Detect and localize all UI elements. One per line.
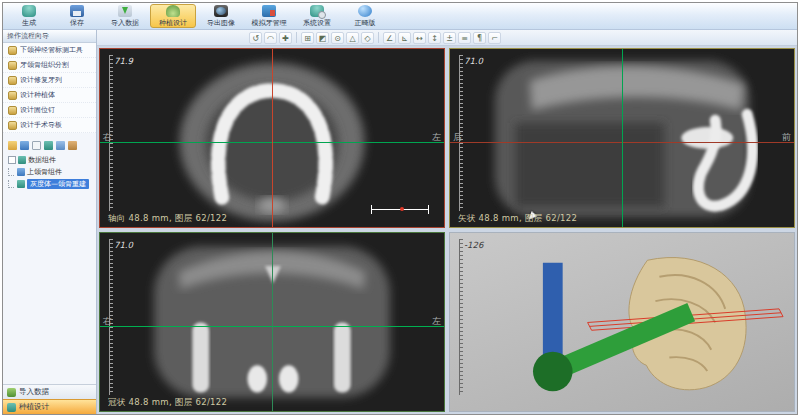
save-button[interactable]: 保存 — [54, 4, 100, 28]
coronal-orientation-right: 左 — [432, 315, 441, 328]
tree-connector — [8, 168, 14, 176]
save-label: 保存 — [70, 18, 84, 28]
export-image-button[interactable]: 导出图像 — [198, 4, 244, 28]
rotate-icon[interactable]: ↺ — [249, 32, 262, 44]
coronal-vertical-crosshair[interactable] — [272, 233, 273, 411]
sagittal-orientation-left: 后 — [453, 131, 462, 144]
maxilla-cube-icon — [17, 168, 25, 176]
import-data-button[interactable]: 导入数据 — [102, 4, 148, 28]
axial-viewport[interactable]: 71.9 右 左 轴向 48.8 mm, 图层 62/122 — [99, 48, 445, 228]
tooth-manager-button[interactable]: 模拟牙管理 — [246, 4, 292, 28]
implant-design-button[interactable]: 种植设计 — [150, 4, 196, 28]
import-data-label: 导入数据 — [111, 18, 139, 28]
document-icon[interactable] — [32, 141, 41, 150]
axial-status-text: 轴向 48.8 mm, 图层 62/122 — [108, 213, 227, 225]
coronal-viewport[interactable]: 71.0 右 左 冠状 48.8 mm, 图层 62/122 — [99, 232, 445, 412]
generate-button[interactable]: 生成 — [6, 4, 52, 28]
open-folder-icon[interactable] — [8, 141, 17, 150]
segmentation-icon — [8, 61, 17, 70]
surface-icon[interactable]: △ — [346, 32, 359, 44]
axial-orientation-left: 右 — [103, 131, 112, 144]
save-component-icon[interactable] — [20, 141, 29, 150]
online-edition-button[interactable]: 正畸版 — [342, 4, 388, 28]
main-toolbar: 生成 保存 导入数据 种植设计 导出图像 模拟牙管理 系统设置 正畸版 — [3, 3, 797, 30]
sidebar-step-restoration[interactable]: 设计修复牙列 — [3, 73, 96, 88]
sidebar-spacer — [3, 190, 96, 384]
edit-icon[interactable] — [68, 141, 77, 150]
fixation-icon — [8, 106, 17, 115]
globe-icon — [358, 5, 372, 17]
tree-item-gray-volume-selected[interactable]: 灰度体—颌骨重建 — [7, 178, 95, 190]
toolbar-separator — [296, 32, 297, 43]
components-cube-icon — [18, 156, 26, 164]
sagittal-orientation-right: 前 — [782, 131, 791, 144]
grid-icon[interactable]: ⊞ — [301, 32, 314, 44]
arc-icon[interactable]: ◠ — [264, 32, 277, 44]
checkbox-icon[interactable] — [8, 156, 16, 164]
axial-ruler-value: 71.9 — [114, 56, 133, 66]
tab-implant-design[interactable]: 种植设计 — [3, 399, 96, 414]
sidebar-step-implant[interactable]: 设计种植体 — [3, 88, 96, 103]
save-icon — [70, 5, 84, 17]
import-arrow-icon — [118, 5, 132, 17]
sagittal-vertical-crosshair[interactable] — [622, 49, 623, 227]
import-tab-icon — [7, 388, 16, 397]
axial-vertical-crosshair[interactable] — [272, 49, 273, 227]
view-toolbar: ↺ ◠ ✚ ⊞ ◩ ⊙ △ ◇ ∠ ⊾ ↔ ↕ ± ≡ ¶ ⌐ — [97, 30, 797, 46]
volume-cube-icon — [17, 180, 25, 188]
tree-root-data-components[interactable]: 数据组件 — [7, 154, 95, 166]
layout-icon[interactable]: ◩ — [316, 32, 329, 44]
axial-orientation-right: 左 — [432, 131, 441, 144]
sagittal-viewport[interactable]: 71.0 后 前 矢状 48.8 mm, 图层 62/122 — [449, 48, 795, 228]
online-edition-label: 正畸版 — [355, 18, 376, 28]
cube-icon[interactable] — [44, 141, 53, 150]
viewer-workspace: ↺ ◠ ✚ ⊞ ◩ ⊙ △ ◇ ∠ ⊾ ↔ ↕ ± ≡ ¶ ⌐ — [97, 30, 797, 414]
database-icon — [22, 5, 36, 17]
data-tree-toolbar — [3, 133, 96, 152]
coronal-status-text: 冠状 48.8 mm, 图层 62/122 — [108, 397, 227, 409]
crosshair-icon[interactable]: ✚ — [279, 32, 292, 44]
nerve-tool-icon — [8, 46, 17, 55]
tooth-manager-label: 模拟牙管理 — [252, 18, 287, 28]
annotation-icon[interactable]: ¶ — [473, 32, 486, 44]
reset-icon[interactable]: ⌐ — [488, 32, 501, 44]
dental-implant-planner-window: 生成 保存 导入数据 种植设计 导出图像 模拟牙管理 系统设置 正畸版 — [2, 2, 798, 415]
tree-item-maxilla-component[interactable]: 上颌骨组件 — [7, 166, 95, 178]
coronal-ruler-value: 71.0 — [114, 240, 133, 250]
sagittal-ruler-value: 71.0 — [464, 56, 483, 66]
axial-marker-dot — [400, 207, 404, 211]
sidebar-step-fixation[interactable]: 设计固位钉 — [3, 103, 96, 118]
restoration-icon — [8, 76, 17, 85]
system-settings-label: 系统设置 — [303, 18, 331, 28]
settings-gear-icon — [310, 5, 324, 17]
sidebar-step-surgical-guide[interactable]: 设计手术导板 — [3, 118, 96, 133]
target-icon[interactable]: ⊙ — [331, 32, 344, 44]
sagittal-status-text: 矢状 48.8 mm, 图层 62/122 — [458, 213, 577, 225]
orientation-axis-icon — [450, 233, 794, 411]
measure-horizontal-icon[interactable]: ↔ — [413, 32, 426, 44]
shape-icon[interactable]: ◇ — [361, 32, 374, 44]
coronal-orientation-left: 右 — [103, 315, 112, 328]
implant-design-label: 种植设计 — [159, 18, 187, 28]
toolbar-separator — [378, 32, 379, 43]
right-angle-icon[interactable]: ⊾ — [398, 32, 411, 44]
implant-icon — [166, 5, 180, 17]
list-icon[interactable]: ≡ — [458, 32, 471, 44]
workflow-sidebar: 操作流程向导 下颌神经管标测工具 牙颌骨组织分割 设计修复牙列 设计种植体 设计… — [3, 30, 97, 414]
system-settings-button[interactable]: 系统设置 — [294, 4, 340, 28]
sidebar-step-segmentation[interactable]: 牙颌骨组织分割 — [3, 58, 96, 73]
export-image-label: 导出图像 — [207, 18, 235, 28]
generate-label: 生成 — [22, 18, 36, 28]
tooth-manager-icon — [262, 5, 276, 17]
implant-tab-icon — [7, 403, 16, 412]
density-icon[interactable]: ± — [443, 32, 456, 44]
sidebar-header: 操作流程向导 — [3, 30, 96, 43]
tab-import-data[interactable]: 导入数据 — [3, 384, 96, 399]
angle-icon[interactable]: ∠ — [383, 32, 396, 44]
measure-vertical-icon[interactable]: ↕ — [428, 32, 441, 44]
tree-connector — [8, 180, 14, 188]
sidebar-step-nerve-tool[interactable]: 下颌神经管标测工具 — [3, 43, 96, 58]
volume-3d-viewport[interactable]: -126 — [449, 232, 795, 412]
data-component-tree: 数据组件 上颌骨组件 灰度体—颌骨重建 — [3, 152, 96, 190]
export-component-icon[interactable] — [56, 141, 65, 150]
